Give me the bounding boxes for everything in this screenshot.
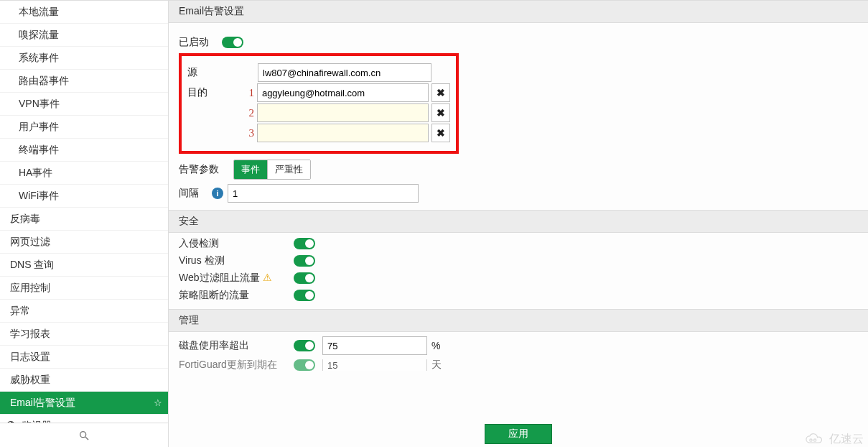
sidebar-item-monitor[interactable]: 监视器 › <box>0 415 168 423</box>
warning-icon: ⚠ <box>263 272 272 283</box>
sidebar-item-label: HA事件 <box>19 167 52 180</box>
dest-input-2[interactable] <box>257 103 429 122</box>
source-row: 源 <box>187 63 450 82</box>
sidebar-item-system-events[interactable]: 系统事件 <box>0 47 168 70</box>
sidebar-item-label: Email告警设置 <box>10 397 75 410</box>
alarm-opt-event[interactable]: 事件 <box>234 160 267 179</box>
interval-input[interactable] <box>228 184 419 203</box>
dest-input-3[interactable] <box>257 124 429 142</box>
disk-usage-unit: % <box>431 340 440 351</box>
sidebar-item-local-traffic[interactable]: 本地流量 <box>0 1 168 24</box>
security-webfilter-row: Web过滤阻止流量⚠ <box>179 272 858 285</box>
sidebar-list: 本地流量 嗅探流量 系统事件 路由器事件 VPN事件 用户事件 终端事件 HA事… <box>0 1 168 423</box>
remove-dest-1-button[interactable]: ✖ <box>431 83 450 102</box>
footer-bar: 应用 <box>169 421 868 447</box>
security-item-label: Virus 检测 <box>179 254 294 267</box>
sidebar-item-wifi-events[interactable]: WiFi事件 <box>0 185 168 208</box>
sidebar-item-log-settings[interactable]: 日志设置 <box>0 346 168 369</box>
dest-row-1: 目的 1 ✖ <box>187 83 450 102</box>
alarm-param-group: 事件 严重性 <box>233 160 311 180</box>
sidebar-item-learning-report[interactable]: 学习报表 <box>0 323 168 346</box>
sidebar-item-dns-query[interactable]: DNS 查询 <box>0 254 168 277</box>
alarm-opt-severity[interactable]: 严重性 <box>267 160 310 179</box>
info-icon[interactable]: i <box>212 188 223 199</box>
sidebar-item-vpn-events[interactable]: VPN事件 <box>0 93 168 116</box>
sidebar-item-label: 终端事件 <box>19 144 59 157</box>
sidebar-item-label: 应用控制 <box>10 282 50 295</box>
remove-dest-2-button[interactable]: ✖ <box>431 103 450 122</box>
security-ids-row: 入侵检测 <box>179 237 858 250</box>
sidebar-item-webfilter[interactable]: 网页过滤 <box>0 231 168 254</box>
sidebar: 本地流量 嗅探流量 系统事件 路由器事件 VPN事件 用户事件 终端事件 HA事… <box>0 1 169 447</box>
interval-label: 间隔 <box>179 187 212 200</box>
security-section-header: 安全 <box>169 210 868 233</box>
main-panel: Email告警设置 已启动 源 目的 1 ✖ <box>169 1 868 447</box>
enabled-toggle[interactable] <box>222 37 243 48</box>
sidebar-item-label: 本地流量 <box>19 6 59 19</box>
sidebar-item-label: 监视器 <box>22 420 52 423</box>
dest-input-1[interactable] <box>257 83 429 102</box>
row-number: 3 <box>243 127 254 139</box>
security-virus-row: Virus 检测 <box>179 254 858 267</box>
sidebar-item-label: 系统事件 <box>19 52 59 65</box>
sidebar-item-threat-weight[interactable]: 威胁权重 <box>0 369 168 392</box>
email-address-box: 源 目的 1 ✖ 2 ✖ 3 <box>179 53 459 154</box>
security-policy-row: 策略阻断的流量 <box>179 289 858 302</box>
fortiguard-unit: 天 <box>431 359 442 371</box>
sidebar-item-email-alert[interactable]: Email告警设置☆ <box>0 392 168 415</box>
disk-usage-row: 磁盘使用率超出 % <box>179 336 858 355</box>
interval-row: 间隔 i <box>179 184 858 203</box>
sidebar-item-label: WiFi事件 <box>19 190 59 203</box>
source-label: 源 <box>187 66 243 79</box>
search-icon <box>78 430 90 441</box>
sidebar-item-app-control[interactable]: 应用控制 <box>0 277 168 300</box>
dest-row-2: 2 ✖ <box>187 103 450 122</box>
security-item-text: Web过滤阻止流量 <box>179 272 260 283</box>
sidebar-search[interactable] <box>0 423 168 447</box>
sidebar-item-label: 威胁权重 <box>10 374 50 387</box>
fortiguard-toggle[interactable] <box>294 359 315 371</box>
security-item-label: Web过滤阻止流量⚠ <box>179 272 294 285</box>
sidebar-item-label: VPN事件 <box>19 98 60 111</box>
sidebar-item-label: 用户事件 <box>19 121 59 134</box>
source-input[interactable] <box>258 63 431 82</box>
disk-usage-label: 磁盘使用率超出 <box>179 339 294 352</box>
row-number: 1 <box>243 87 254 99</box>
manage-section-header: 管理 <box>169 309 868 332</box>
alarm-param-label: 告警参数 <box>179 163 233 176</box>
sidebar-item-label: 嗅探流量 <box>19 29 59 42</box>
sidebar-item-router-events[interactable]: 路由器事件 <box>0 70 168 93</box>
sidebar-item-sniff-traffic[interactable]: 嗅探流量 <box>0 24 168 47</box>
svg-line-1 <box>85 437 88 440</box>
page-title: Email告警设置 <box>169 1 868 23</box>
apply-button[interactable]: 应用 <box>485 424 552 444</box>
dest-row-3: 3 ✖ <box>187 124 450 142</box>
security-item-label: 入侵检测 <box>179 237 294 250</box>
enabled-label: 已启动 <box>179 36 209 49</box>
sidebar-item-user-events[interactable]: 用户事件 <box>0 116 168 139</box>
fortiguard-input[interactable] <box>322 359 427 371</box>
fortiguard-label: FortiGuard更新到期在 <box>179 359 294 371</box>
security-webfilter-toggle[interactable] <box>294 272 315 284</box>
row-number: 2 <box>243 107 254 119</box>
security-virus-toggle[interactable] <box>294 255 315 267</box>
sidebar-item-label: 网页过滤 <box>10 236 50 249</box>
disk-usage-toggle[interactable] <box>294 340 315 351</box>
fortiguard-row: FortiGuard更新到期在 天 <box>179 359 858 371</box>
disk-usage-input[interactable] <box>322 336 427 355</box>
favorite-star-icon[interactable]: ☆ <box>154 397 162 408</box>
security-item-label: 策略阻断的流量 <box>179 289 294 302</box>
security-policy-toggle[interactable] <box>294 290 315 301</box>
sidebar-item-anomaly[interactable]: 异常 <box>0 300 168 323</box>
sidebar-item-endpoint-events[interactable]: 终端事件 <box>0 139 168 162</box>
sidebar-item-label: 学习报表 <box>10 328 50 341</box>
sidebar-item-label: 路由器事件 <box>19 75 69 88</box>
security-ids-toggle[interactable] <box>294 238 315 249</box>
remove-dest-3-button[interactable]: ✖ <box>431 124 450 142</box>
sidebar-item-antivirus[interactable]: 反病毒 <box>0 208 168 231</box>
pie-chart-icon <box>6 421 16 423</box>
sidebar-item-label: DNS 查询 <box>10 259 54 272</box>
sidebar-item-ha-events[interactable]: HA事件 <box>0 162 168 185</box>
content-area: 已启动 源 目的 1 ✖ 2 ✖ <box>169 23 868 421</box>
dest-label: 目的 <box>187 86 243 99</box>
